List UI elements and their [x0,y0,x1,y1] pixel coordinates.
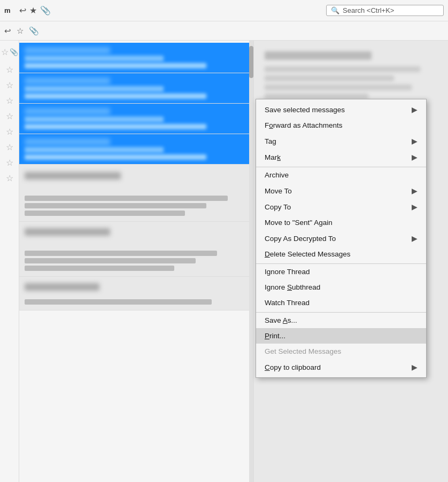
submenu-arrow-5: ▶ [412,186,418,195]
menu-item-4[interactable]: Archive [256,167,426,183]
app-title: m [4,6,11,14]
star-3[interactable]: ☆ [6,78,13,92]
context-menu: Save selected messages▶Forward as Attach… [256,99,427,378]
preview-6a [25,251,217,256]
message-item-7[interactable] [19,277,253,310]
attachment-toolbar-icon[interactable]: 📎 [29,26,39,36]
sender-1 [25,47,110,54]
menu-item-1[interactable]: Forward as Attachments [256,118,426,133]
scrollbar[interactable] [249,41,253,482]
menu-item-label-4: Archive [265,171,418,179]
menu-item-8[interactable]: Copy As Decrypted To▶ [256,230,426,246]
preview-5c [25,211,185,216]
email-title [265,51,372,60]
star-toolbar-icon[interactable]: ☆ [17,26,24,36]
preview-5b [25,203,206,208]
star-attachment-row-1: ☆ 📎 [1,43,18,61]
menu-item-5[interactable]: Move To▶ [256,183,426,199]
menu-item-label-15: Get Selected Messages [265,347,418,355]
message-item-6[interactable] [19,222,253,277]
sender-5 [25,172,121,180]
email-line-3 [265,84,412,90]
preview-2 [25,94,206,99]
reply-icon[interactable]: ↩ [19,5,26,15]
subject-2 [25,86,164,92]
menu-item-label-13: Save As... [265,316,418,324]
menu-item-label-11: Ignore Subthread [265,283,418,291]
menu-item-16[interactable]: Copy to clipboard▶ [256,359,426,375]
sender-3 [25,108,110,115]
menu-item-2[interactable]: Tag▶ [256,133,426,149]
menu-item-label-12: Watch Thread [265,299,418,307]
preview-4 [25,154,206,160]
sender-2 [25,77,110,84]
message-item-selected-1[interactable] [19,43,253,73]
scrollbar-thumb[interactable] [249,46,253,78]
menu-item-12[interactable]: Watch Thread [256,295,426,310]
menu-item-10[interactable]: Ignore Thread [256,263,426,279]
star-5[interactable]: ☆ [6,109,13,123]
menu-item-7[interactable]: Move to "Sent" Again [256,215,426,230]
sender-4 [25,138,110,145]
preview-3 [25,124,206,129]
message-item-selected-2[interactable] [19,73,253,104]
message-item-5[interactable] [19,165,253,222]
preview-1 [25,63,206,68]
star-4[interactable]: ☆ [6,94,13,108]
star-1[interactable]: ☆ [1,45,9,59]
sender-6 [25,228,110,236]
attach-1: 📎 [10,48,18,56]
menu-item-label-9: Delete Selected Messages [265,250,418,258]
menu-item-13[interactable]: Save As... [256,312,426,328]
menu-item-label-6: Copy To [265,203,407,211]
star-column: ☆ 📎 ☆ ☆ ☆ ☆ ☆ ☆ ☆ ☆ [0,41,19,482]
main-layout: ☆ 📎 ☆ ☆ ☆ ☆ ☆ ☆ ☆ ☆ [0,41,448,482]
messages-area [19,41,253,313]
menu-item-label-3: Mark [265,153,407,161]
star-2[interactable]: ☆ [6,63,13,77]
top-toolbar: m ↩ ★ 📎 🔍 Search <Ctrl+K> [0,0,448,21]
search-box[interactable]: 🔍 Search <Ctrl+K> [326,5,444,16]
email-line-1 [265,66,420,72]
submenu-arrow-2: ▶ [412,137,418,145]
menu-item-label-7: Move to "Sent" Again [265,219,418,227]
subject-4 [25,147,164,153]
star-9[interactable]: ☆ [6,171,13,185]
preview-5a [25,196,228,201]
star-6[interactable]: ☆ [6,125,13,139]
star-7[interactable]: ☆ [6,140,13,154]
menu-item-9[interactable]: Delete Selected Messages [256,246,426,262]
menu-item-14[interactable]: Print... [256,328,426,344]
reply-toolbar-icon[interactable]: ↩ [4,26,11,36]
subject-3 [25,116,164,122]
menu-item-label-10: Ignore Thread [265,268,418,276]
second-toolbar: ↩ ☆ 📎 [0,21,448,41]
message-list-panel: ☆ 📎 ☆ ☆ ☆ ☆ ☆ ☆ ☆ ☆ [0,41,254,482]
message-item-selected-4[interactable] [19,134,253,165]
menu-item-label-0: Save selected messages [265,106,407,114]
menu-item-6[interactable]: Copy To▶ [256,199,426,215]
menu-item-label-2: Tag [265,137,407,145]
star-8[interactable]: ☆ [6,156,13,170]
sender-7 [25,283,99,291]
submenu-arrow-0: ▶ [412,105,418,114]
submenu-arrow-8: ▶ [412,234,418,243]
menu-item-label-5: Move To [265,187,407,195]
menu-item-0[interactable]: Save selected messages▶ [256,102,426,118]
menu-item-3[interactable]: Mark▶ [256,149,426,165]
preview-7a [25,299,212,305]
subject-1 [25,56,164,61]
email-line-2 [265,75,394,81]
menu-item-label-16: Copy to clipboard [265,363,407,371]
search-icon: 🔍 [331,6,339,14]
menu-item-15[interactable]: Get Selected Messages [256,344,426,359]
menu-item-label-8: Copy As Decrypted To [265,235,407,243]
message-item-selected-3[interactable] [19,104,253,134]
menu-item-11[interactable]: Ignore Subthread [256,279,426,295]
preview-6c [25,266,174,271]
search-placeholder: Search <Ctrl+K> [343,6,394,14]
attachment-icon[interactable]: 📎 [40,5,51,15]
star-icon[interactable]: ★ [29,5,37,15]
submenu-arrow-6: ▶ [412,203,418,211]
preview-6b [25,258,196,263]
